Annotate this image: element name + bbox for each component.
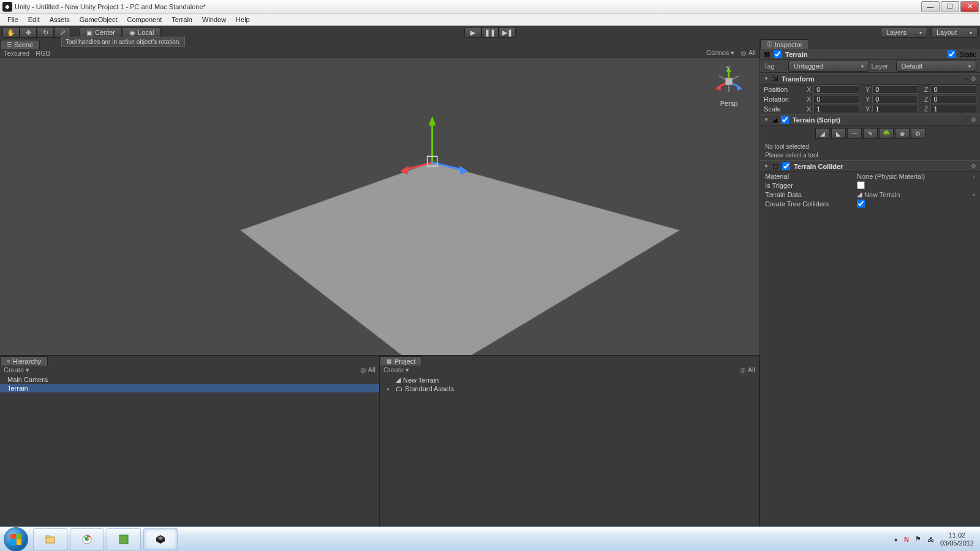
hierarchy-tab[interactable]: ≡ Hierarchy (0, 356, 48, 365)
project-tab[interactable]: ▦ Project (380, 356, 422, 365)
tray-chevron-icon[interactable]: ▴ (894, 535, 898, 543)
terrain-collider-header[interactable]: ▼ ▢ Terrain Collider ⚙ (760, 160, 980, 172)
material-label: Material (765, 173, 857, 180)
scale-y-input[interactable]: 1 (872, 105, 918, 113)
terrain-collider-enabled-checkbox[interactable] (782, 162, 790, 170)
terrain-script-enabled-checkbox[interactable] (781, 116, 789, 124)
menu-edit[interactable]: Edit (23, 15, 45, 24)
hierarchy-item-terrain[interactable]: Terrain (0, 384, 379, 392)
pivot-local-icon: ◉ (129, 29, 135, 37)
unity-logo-icon: ◆ (2, 2, 12, 12)
start-button[interactable] (4, 527, 28, 552)
position-y-input[interactable]: 0 (872, 85, 918, 94)
inspector-tab[interactable]: ⓘ Inspector (760, 39, 809, 49)
play-button[interactable]: ▶ (464, 27, 481, 38)
move-tool-button[interactable]: ✥ (20, 27, 37, 38)
tag-dropdown[interactable]: Untagged▾ (788, 61, 869, 72)
position-x-input[interactable]: 0 (813, 85, 859, 94)
rotate-tool-button[interactable]: ↻ (37, 27, 54, 38)
project-item-standard-assets[interactable]: ▸ 🗀 Standard Assets (380, 384, 759, 393)
scene-viewport[interactable]: y Persp (0, 58, 760, 355)
position-z-input[interactable]: 0 (930, 85, 976, 94)
terrain-settings-tool[interactable]: ⚙ (911, 128, 925, 139)
disclosure-icon[interactable]: ▸ (387, 386, 393, 392)
window-close-button[interactable]: ✕ (960, 1, 979, 12)
terrain-setheight-tool[interactable]: ◣ (831, 128, 846, 139)
project-icon: ▦ (386, 358, 392, 364)
object-picker-icon[interactable]: ◦ (973, 191, 975, 198)
terrain-details-tool[interactable]: ❀ (895, 128, 910, 139)
scene-search-mode[interactable]: ◎ All (741, 49, 756, 57)
transform-component-header[interactable]: ▼ ⇲ Transform ▫ ⚙ (760, 73, 980, 84)
project-item-new-terrain[interactable]: ◢ New Terrain (380, 375, 759, 384)
window-titlebar: ◆ Unity - Untitled - New Unity Project 1… (0, 0, 980, 13)
please-select-message: Please select a tool (760, 152, 980, 160)
window-minimize-button[interactable]: — (921, 1, 940, 12)
taskbar-chrome[interactable] (70, 528, 104, 550)
layer-dropdown[interactable]: Default▾ (896, 61, 977, 72)
rotation-x-input[interactable]: 0 (813, 95, 859, 103)
terrain-script-header[interactable]: ▼ ◢ Terrain (Script) ▫ ⚙ (760, 114, 980, 126)
layout-dropdown[interactable]: Layout▾ (931, 27, 978, 38)
rotation-z-input[interactable]: 0 (930, 95, 976, 103)
gizmos-dropdown[interactable]: Gizmos ▾ (706, 49, 734, 57)
inspector-object-header: ▦ Terrain Static (760, 49, 980, 60)
object-picker-icon[interactable]: ◦ (973, 173, 975, 180)
taskbar-app[interactable] (107, 528, 141, 550)
rotation-y-input[interactable]: 0 (872, 95, 918, 103)
gear-icon[interactable]: ⚙ (971, 116, 976, 123)
tray-network-icon[interactable]: 🖧 (927, 536, 934, 543)
hand-tool-button[interactable]: ✋ (2, 27, 20, 38)
hierarchy-item-main-camera[interactable]: Main Camera (0, 375, 379, 384)
menu-gameobject[interactable]: GameObject (75, 15, 123, 24)
terrain-trees-tool[interactable]: 🌳 (879, 128, 894, 139)
window-maximize-button[interactable]: ☐ (941, 1, 959, 12)
pause-button[interactable]: ❚❚ (481, 27, 499, 38)
terrain-raise-tool[interactable]: ◢ (815, 128, 830, 139)
menu-help[interactable]: Help (231, 15, 255, 24)
project-create-dropdown[interactable]: Create ▾ (383, 366, 409, 374)
terrain-smooth-tool[interactable]: 〰 (847, 128, 862, 139)
scale-z-input[interactable]: 1 (930, 105, 976, 113)
step-button[interactable]: ▶❚ (499, 27, 516, 38)
layers-dropdown[interactable]: Layers▾ (881, 27, 927, 38)
menu-terrain[interactable]: Terrain (167, 15, 197, 24)
object-name[interactable]: Terrain (785, 51, 807, 58)
tool-tooltip: Tool handles are in active object's rota… (61, 37, 185, 47)
hierarchy-list[interactable]: Main Camera Terrain (0, 374, 379, 527)
tray-clock[interactable]: 11:02 03/05/2012 (940, 531, 974, 547)
menu-assets[interactable]: Assets (45, 15, 75, 24)
project-list[interactable]: ◢ New Terrain ▸ 🗀 Standard Assets (380, 374, 759, 527)
object-active-checkbox[interactable] (774, 50, 782, 58)
scene-tab[interactable]: ☰ Scene (0, 40, 40, 49)
project-search-mode[interactable]: ◎ All (740, 366, 755, 374)
terrain-paint-tool[interactable]: ✎ (863, 128, 878, 139)
menu-window[interactable]: Window (197, 15, 231, 24)
pivot-center-label: Center (95, 29, 115, 36)
scale-x-input[interactable]: 1 (813, 105, 859, 113)
taskbar-unity[interactable] (143, 528, 178, 550)
orientation-gizmo[interactable]: y Persp (710, 66, 747, 112)
hierarchy-search-mode[interactable]: ◎ All (360, 366, 375, 374)
static-checkbox[interactable] (948, 50, 956, 58)
gear-icon[interactable]: ⚙ (971, 163, 976, 170)
menu-component[interactable]: Component (122, 15, 167, 24)
menu-file[interactable]: File (2, 15, 23, 24)
taskbar-explorer[interactable] (33, 528, 67, 550)
is-trigger-checkbox[interactable] (857, 181, 865, 189)
material-field[interactable]: None (Physic Material) (857, 173, 973, 180)
tray-time: 11:02 (940, 531, 974, 539)
help-ic  on[interactable]: ▫ (965, 116, 967, 124)
tray-action-center-icon[interactable]: ⚑ (915, 535, 921, 543)
hierarchy-create-dropdown[interactable]: Create ▾ (4, 366, 29, 374)
tray-n-icon[interactable]: N (904, 536, 909, 543)
gear-icon[interactable]: ⚙ (971, 75, 976, 82)
terrain-data-field[interactable]: New Terrain (864, 191, 973, 198)
render-dropdown[interactable]: RGB (36, 50, 50, 57)
terrain-script-title: Terrain (Script) (793, 116, 840, 124)
shading-dropdown[interactable]: Textured (4, 50, 29, 57)
help-icon[interactable]: ▫ (965, 75, 967, 83)
svg-rect-17 (725, 78, 733, 85)
create-tree-colliders-checkbox[interactable] (857, 200, 865, 208)
project-tab-label: Project (394, 358, 415, 365)
